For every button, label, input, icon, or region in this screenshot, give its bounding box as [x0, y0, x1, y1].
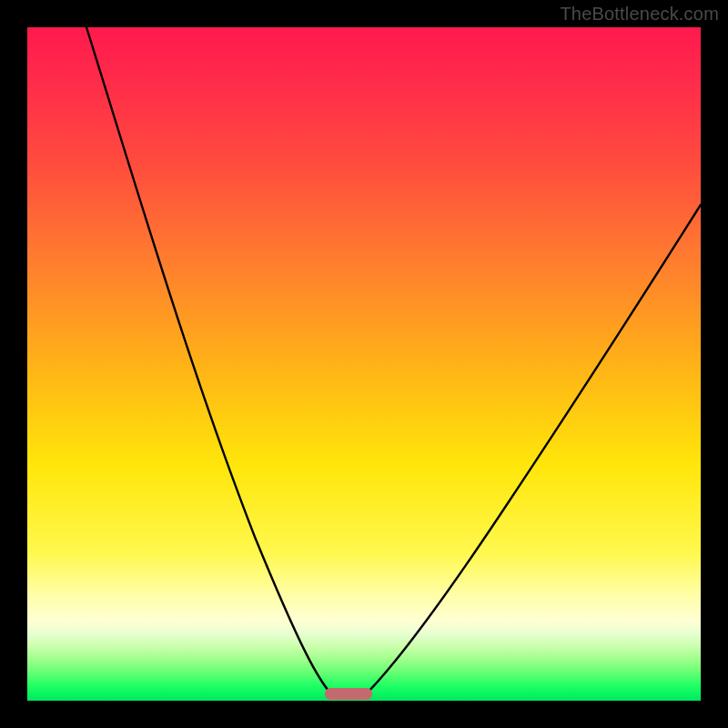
chart-plot-area	[27, 27, 701, 701]
curve-right-branch	[364, 205, 701, 696]
curve-left-branch	[86, 27, 333, 696]
curve-layer	[27, 27, 701, 701]
bottleneck-marker	[325, 688, 372, 700]
watermark-text: TheBottleneck.com	[560, 4, 719, 25]
